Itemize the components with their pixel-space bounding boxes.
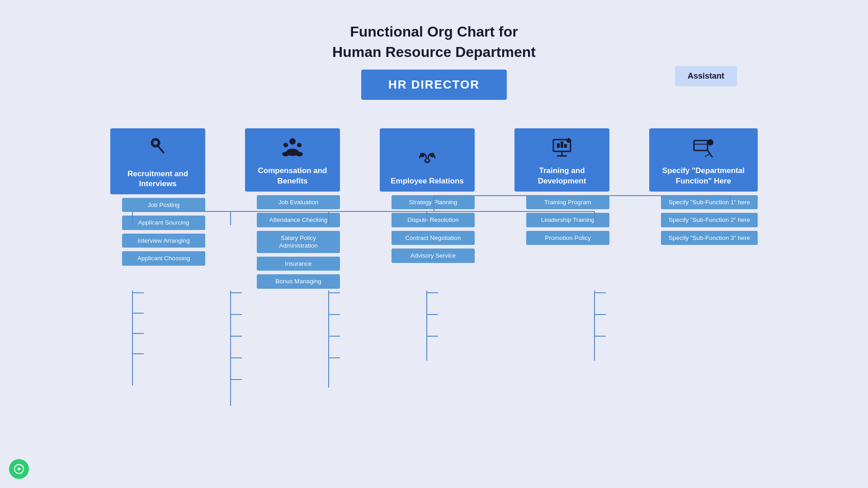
svg-line-55	[708, 150, 712, 157]
svg-point-37	[283, 143, 288, 147]
dept-box-training: Training and Development	[514, 128, 609, 192]
dept-training: Training and Development Training Progra…	[514, 128, 609, 245]
dept-label-recruitment: Recruitment and Interviews	[116, 169, 200, 189]
sub-dispute-resolution: Dispute Resolution	[392, 213, 475, 227]
dept-box-specify: Specify "Departmental Function" Here	[649, 128, 758, 192]
svg-line-35	[159, 147, 164, 153]
sub-applicant-choosing: Applicant Choosing	[122, 251, 205, 266]
dept-box-employee: Employee Relations	[380, 128, 475, 192]
sub-leadership-training: Leadership Training	[526, 213, 609, 227]
svg-point-50	[566, 138, 571, 143]
svg-line-56	[705, 154, 709, 157]
svg-point-54	[707, 139, 713, 145]
svg-point-42	[420, 153, 425, 157]
svg-point-34	[153, 140, 158, 145]
assistant-box: Assistant	[675, 66, 737, 86]
sub-promotion-policy: Promotion Policy	[526, 231, 609, 245]
dept-employee-relations: Employee Relations Strategy Planning Dis…	[380, 128, 475, 263]
page-title: Functional Org Chart for Human Resource …	[0, 0, 868, 62]
sub-training-program: Training Program	[526, 195, 609, 210]
sub-advisory-service: Advisory Service	[392, 249, 475, 263]
training-icon	[551, 137, 573, 160]
dept-label-employee: Employee Relations	[391, 176, 464, 186]
dept-box-compensation: Compensation and Benefits	[245, 128, 340, 192]
sub-specify-3: Specify "Sub-Function 3" here	[661, 231, 758, 245]
employee-icon	[416, 147, 439, 170]
svg-rect-52	[694, 141, 708, 150]
dept-label-training: Training and Development	[520, 166, 604, 186]
recruitment-icon	[146, 136, 169, 164]
dept-box-recruitment: Recruitment and Interviews	[110, 128, 205, 194]
svg-point-43	[430, 153, 434, 157]
sub-job-evaluation: Job Evaluation	[257, 195, 340, 210]
director-box: HR DIRECTOR	[361, 70, 507, 100]
specify-icon	[692, 137, 715, 160]
compensation-icon	[281, 137, 304, 160]
bottom-left-logo	[9, 459, 29, 479]
sub-salary-policy: Salary Policy Administration	[257, 231, 340, 253]
sub-applicant-sourcing: Applicant Sourcing	[122, 216, 205, 230]
svg-point-40	[282, 152, 289, 156]
svg-point-36	[289, 138, 296, 145]
dept-label-specify: Specify "Departmental Function" Here	[655, 166, 752, 186]
sub-contract-negotiation: Contract Negotiation	[392, 231, 475, 245]
sub-bonus-managing: Bonus Managing	[257, 274, 340, 289]
dept-compensation: Compensation and Benefits Job Evaluation…	[245, 128, 340, 289]
sub-specify-1: Specify "Sub-Function 1" here	[661, 195, 758, 210]
dept-recruitment: Recruitment and Interviews Job Posting A…	[110, 128, 205, 266]
org-chart: HR DIRECTOR Assistant Recruitment and In…	[0, 62, 868, 289]
dept-label-compensation: Compensation and Benefits	[250, 166, 335, 186]
dept-specify: Specify "Departmental Function" Here Spe…	[649, 128, 758, 245]
svg-rect-49	[564, 144, 567, 148]
sub-strategy-planning: Strategy Planning	[392, 195, 475, 210]
sub-insurance: Insurance	[257, 257, 340, 271]
sub-attendance-checking: Attendance Checking	[257, 213, 340, 227]
svg-point-41	[296, 152, 303, 156]
sub-interview-arranging: Interview Arranging	[122, 234, 205, 248]
svg-rect-47	[557, 143, 560, 148]
svg-rect-48	[561, 141, 563, 148]
svg-point-38	[297, 143, 302, 147]
sub-job-posting: Job Posting	[122, 198, 205, 212]
sub-specify-2: Specify "Sub-Function 2" here	[661, 213, 758, 227]
